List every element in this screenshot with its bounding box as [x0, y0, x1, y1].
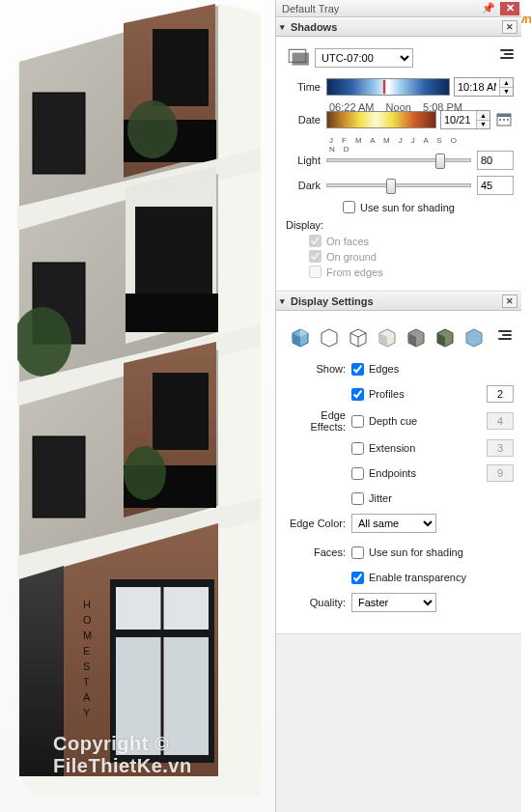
tray-close-button[interactable]: ✕ — [500, 2, 519, 15]
model-viewport[interactable]: HOMESTAY Copyright © FileThietKe.vn — [0, 0, 275, 812]
depth-cue-checkbox[interactable] — [351, 415, 364, 428]
display-settings-body: Show: Edges Profiles 2 Edge Effects: Dep… — [276, 311, 521, 634]
panel-menu-button[interactable] — [496, 49, 514, 67]
quality-select[interactable]: Faster — [351, 593, 436, 612]
building-render: HOMESTAY — [17, 4, 261, 796]
date-input[interactable] — [441, 111, 476, 128]
copyright-watermark: Copyright © FileThietKe.vn — [53, 733, 275, 777]
dark-slider[interactable] — [326, 183, 471, 187]
transparency-checkbox[interactable] — [351, 572, 364, 584]
date-picker-button[interactable] — [494, 110, 514, 129]
shadow-toggle-icon[interactable] — [284, 44, 311, 71]
on-ground-checkbox — [309, 250, 321, 263]
svg-rect-18 — [153, 373, 209, 450]
profiles-checkbox[interactable] — [351, 388, 364, 401]
svg-marker-40 — [321, 329, 337, 347]
tray-titlebar: Default Tray 📌 ✕ — [276, 0, 521, 17]
time-input[interactable] — [455, 78, 499, 96]
edge-color-label: Edge Color: — [284, 518, 351, 529]
use-sun-label: Use sun for shading — [360, 202, 455, 213]
use-sun-checkbox[interactable] — [343, 201, 355, 213]
svg-marker-31 — [293, 53, 309, 66]
profiles-value[interactable]: 2 — [487, 385, 514, 403]
light-value[interactable]: 80 — [477, 151, 514, 170]
extension-value: 3 — [487, 439, 514, 457]
face-style-icons — [284, 319, 490, 359]
date-up[interactable]: ▲ — [476, 111, 489, 121]
style-textured[interactable] — [433, 324, 458, 350]
date-slider[interactable] — [326, 111, 436, 128]
svg-point-20 — [124, 446, 166, 500]
svg-rect-17 — [33, 436, 85, 518]
jitter-checkbox[interactable] — [351, 492, 364, 505]
time-slider[interactable] — [326, 78, 450, 96]
shadows-panel-header[interactable]: ▾ Shadows ✕ — [276, 17, 521, 37]
style-shaded-textures[interactable] — [288, 324, 313, 350]
shadows-close-button[interactable]: ✕ — [502, 20, 517, 34]
style-hidden-line[interactable] — [346, 324, 371, 350]
endpoints-checkbox[interactable] — [351, 467, 364, 480]
svg-rect-12 — [126, 294, 218, 332]
svg-point-6 — [127, 100, 178, 158]
collapse-icon: ▾ — [280, 22, 285, 32]
date-down[interactable]: ▼ — [476, 121, 489, 129]
default-tray: Default Tray 📌 ✕ ▾ Shadows ✕ UTC-07:00 T… — [275, 0, 521, 812]
light-slider[interactable] — [326, 158, 471, 162]
light-label: Light — [284, 154, 326, 166]
style-wireframe[interactable] — [317, 324, 342, 350]
depth-cue-value: 4 — [487, 412, 514, 430]
timezone-select[interactable]: UTC-07:00 — [315, 48, 413, 68]
tray-pin-button[interactable]: 📌 — [479, 2, 498, 15]
time-down[interactable]: ▼ — [499, 88, 513, 97]
display-settings-title: Display Settings — [291, 295, 374, 307]
time-up[interactable]: ▲ — [499, 78, 513, 88]
display-label: Display: — [286, 219, 514, 231]
svg-rect-35 — [503, 119, 505, 121]
edge-color-select[interactable]: All same — [351, 514, 436, 533]
endpoints-value: 9 — [487, 464, 514, 482]
svg-rect-4 — [153, 29, 209, 106]
display-settings-header[interactable]: ▾ Display Settings ✕ — [276, 292, 521, 311]
edge-effects-label: Edge Effects: — [284, 409, 351, 433]
shadows-panel-body: UTC-07:00 Time ▲▼ 06:22 AMNoon5:08 PM Da… — [276, 37, 521, 292]
panel-menu-button[interactable] — [494, 330, 512, 348]
svg-rect-36 — [507, 119, 509, 121]
svg-rect-34 — [499, 119, 501, 121]
dark-value[interactable]: 45 — [477, 176, 514, 195]
from-edges-checkbox — [309, 266, 321, 278]
style-xray[interactable] — [461, 324, 487, 350]
tray-title: Default Tray — [282, 3, 339, 14]
date-month-labels: J F M A M J J A S O N D — [329, 136, 462, 154]
svg-marker-51 — [466, 329, 482, 347]
dark-label: Dark — [284, 180, 326, 191]
time-tick-labels: 06:22 AMNoon5:08 PM — [329, 101, 462, 113]
extension-checkbox[interactable] — [351, 442, 364, 455]
style-shaded[interactable] — [375, 324, 400, 350]
display-settings-close-button[interactable]: ✕ — [502, 294, 517, 308]
date-label: Date — [284, 114, 326, 126]
style-monochrome[interactable] — [404, 324, 429, 350]
edges-checkbox[interactable] — [351, 363, 364, 376]
collapse-icon: ▾ — [280, 296, 285, 306]
quality-label: Quality: — [284, 597, 351, 608]
date-spinner[interactable]: ▲▼ — [440, 110, 490, 129]
shadows-title: Shadows — [291, 21, 337, 33]
svg-rect-3 — [33, 93, 85, 174]
time-label: Time — [284, 81, 326, 93]
time-spinner[interactable]: ▲▼ — [454, 77, 514, 97]
building-svg: HOMESTAY — [17, 4, 261, 796]
show-label: Show: — [284, 363, 351, 375]
faces-use-sun-checkbox[interactable] — [351, 546, 364, 559]
svg-rect-33 — [497, 114, 511, 117]
faces-label: Faces: — [284, 546, 351, 558]
on-faces-checkbox — [309, 235, 321, 247]
